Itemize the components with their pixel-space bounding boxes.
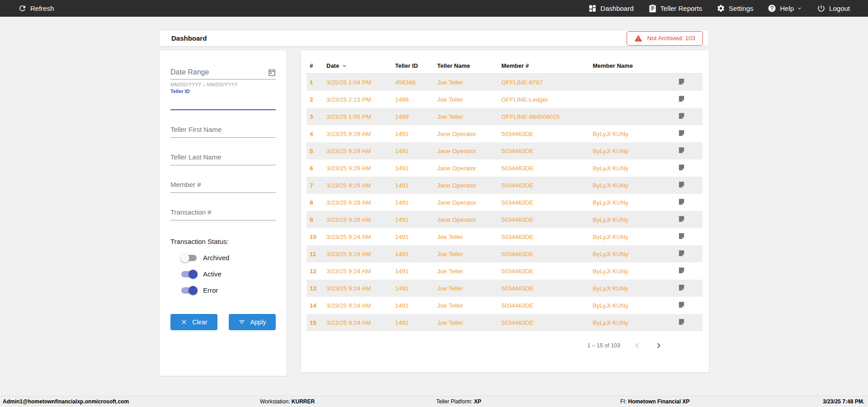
date-range-field[interactable]: Date Range: [170, 68, 276, 80]
table-body: 13/25/25 1:04 PM456346Joe TellerOFFLINE-…: [307, 74, 703, 331]
note-icon[interactable]: [673, 318, 703, 327]
col-header-teller-id[interactable]: Teller ID: [395, 62, 437, 69]
power-icon: [817, 4, 826, 13]
sort-desc-icon: [341, 63, 348, 69]
nav-help[interactable]: Help: [760, 0, 810, 17]
col-header-num[interactable]: #: [310, 62, 326, 69]
table-row[interactable]: 63/23/25 9:29 AM1491Jane Operator5034463…: [307, 159, 703, 177]
previous-page-button[interactable]: [632, 341, 642, 351]
table-row[interactable]: 103/23/25 9:24 AM1491Joe Teller5034463DE…: [307, 228, 703, 245]
refresh-label: Refresh: [30, 5, 54, 12]
next-page-button[interactable]: [654, 341, 664, 351]
clear-button[interactable]: Clear: [170, 314, 217, 330]
nav-teller-reports[interactable]: Teller Reports: [641, 0, 710, 17]
filter-input-transaction[interactable]: Transaction #: [170, 208, 276, 220]
warning-icon: [634, 34, 642, 42]
toggle-label-active: Active: [203, 270, 222, 278]
page-header: Dashboard Not Archived: 103: [159, 30, 709, 47]
toggle-label-error: Error: [203, 286, 218, 294]
note-icon[interactable]: [673, 301, 703, 310]
clipboard-icon: [648, 4, 657, 13]
nav-help-label: Help: [780, 5, 794, 12]
table-row[interactable]: 13/25/25 1:04 PM456346Joe TellerOFFLINE-…: [307, 74, 703, 91]
not-archived-label: Not Archived: 103: [647, 35, 695, 42]
workstation-info: Workstation: KURRER: [260, 398, 315, 405]
nav-dashboard-label: Dashboard: [600, 5, 633, 12]
col-header-member-name[interactable]: Member Name: [593, 62, 673, 69]
clear-label: Clear: [192, 318, 207, 326]
col-header-date[interactable]: Date: [326, 62, 395, 69]
page-title: Dashboard: [171, 34, 207, 42]
table-row[interactable]: 153/23/25 9:24 AM1491Joe Teller5034463DE…: [307, 314, 703, 331]
refresh-icon: [18, 4, 27, 13]
col-header-member-num[interactable]: Member #: [501, 62, 593, 69]
top-navigation-bar: Refresh Dashboard Teller Reports Setting…: [0, 0, 868, 17]
note-icon[interactable]: [673, 146, 703, 155]
toggle-archived[interactable]: [181, 255, 197, 261]
note-icon[interactable]: [673, 267, 703, 276]
note-icon[interactable]: [673, 284, 703, 293]
close-icon: [180, 318, 188, 326]
note-icon[interactable]: [673, 95, 703, 104]
table-row[interactable]: 73/23/25 9:29 AM1491Jane Operator5034463…: [307, 177, 703, 194]
date-range-label: Date Range: [170, 68, 209, 76]
chevron-down-icon: [797, 5, 802, 11]
pagination: 1 – 15 of 103: [587, 341, 664, 351]
financial-institution-info: FI: Hometown Financial XP: [620, 398, 689, 405]
date-range-helper: MM/DD/YYYY – MM/DD/YYYY: [170, 82, 276, 87]
platform-info: Teller Platform: XP: [436, 398, 481, 405]
transactions-table-card: # Date Teller ID Teller Name Member # Me…: [301, 50, 709, 373]
nav-logout-label: Logout: [829, 5, 850, 12]
note-icon[interactable]: [673, 249, 703, 258]
nav-dashboard[interactable]: Dashboard: [581, 0, 641, 17]
note-icon[interactable]: [673, 164, 703, 173]
help-icon: [768, 4, 776, 13]
note-icon[interactable]: [673, 198, 703, 207]
filter-panel: Date Range MM/DD/YYYY – MM/DD/YYYY Telle…: [159, 50, 287, 376]
toggle-error[interactable]: [181, 287, 197, 294]
table-row[interactable]: 33/23/25 1:05 PM1489Joe TellerOFFLINE-68…: [307, 108, 703, 125]
table-row[interactable]: 23/23/25 2:13 PM1489Joe TellerOFFLINE-Le…: [307, 91, 703, 108]
nav-logout[interactable]: Logout: [810, 0, 857, 17]
note-icon[interactable]: [673, 78, 703, 87]
table-row[interactable]: 83/23/25 9:29 AM1491Jane Operator5034463…: [307, 194, 703, 211]
note-icon[interactable]: [673, 129, 703, 138]
nav-teller-reports-label: Teller Reports: [660, 5, 703, 12]
filter-input-teller-first-name[interactable]: Teller First Name: [170, 126, 276, 138]
table-row[interactable]: 93/23/25 9:29 AM1491Jane Operator5034463…: [307, 211, 703, 228]
toggle-active[interactable]: [181, 271, 197, 277]
dashboard-icon: [588, 4, 597, 13]
table-row[interactable]: 43/23/25 9:29 AM1491Jane Operator5034463…: [307, 125, 703, 142]
refresh-button[interactable]: Refresh: [11, 0, 61, 17]
table-row[interactable]: 123/23/25 9:24 AM1491Joe Teller5034463DE…: [307, 262, 703, 280]
nav-settings[interactable]: Settings: [709, 0, 760, 17]
table-row[interactable]: 113/23/25 9:24 AM1491Joe Teller5034463DE…: [307, 245, 703, 262]
apply-button[interactable]: Apply: [229, 314, 276, 330]
calendar-icon[interactable]: [268, 69, 276, 76]
table-row[interactable]: 133/23/25 9:24 AM1491Joe Teller5034463DE…: [307, 280, 703, 297]
nav-settings-label: Settings: [729, 5, 753, 12]
status-bar: Admin1@hometownfinancialxp.onmicrosoft.c…: [0, 396, 868, 407]
note-icon[interactable]: [673, 112, 703, 121]
table-row[interactable]: 143/23/25 9:24 AM1491Joe Teller5034463DE…: [307, 297, 703, 314]
filter-input-teller-last-name[interactable]: Teller Last Name: [170, 153, 276, 165]
toggle-label-archived: Archived: [203, 254, 229, 262]
filter-input-member[interactable]: Member #: [170, 181, 276, 193]
teller-id-input[interactable]: [170, 94, 276, 110]
filter-icon: [238, 318, 245, 326]
transaction-status-label: Transaction Status:: [170, 238, 276, 245]
table-header-row: # Date Teller ID Teller Name Member # Me…: [307, 58, 703, 74]
col-header-teller-name[interactable]: Teller Name: [437, 62, 501, 69]
not-archived-badge[interactable]: Not Archived: 103: [627, 31, 703, 46]
apply-label: Apply: [250, 318, 266, 326]
logged-in-user: Admin1@hometownfinancialxp.onmicrosoft.c…: [3, 398, 129, 405]
note-icon[interactable]: [673, 215, 703, 224]
pagination-range: 1 – 15 of 103: [587, 342, 620, 349]
teller-id-label: Teller ID: [170, 89, 276, 94]
gear-icon: [717, 4, 725, 13]
note-icon[interactable]: [673, 232, 703, 241]
note-icon[interactable]: [673, 181, 703, 190]
status-datetime: 3/23/25 7:48 PM.: [823, 398, 864, 405]
table-row[interactable]: 53/23/25 9:29 AM1491Jane Operator5034463…: [307, 142, 703, 159]
